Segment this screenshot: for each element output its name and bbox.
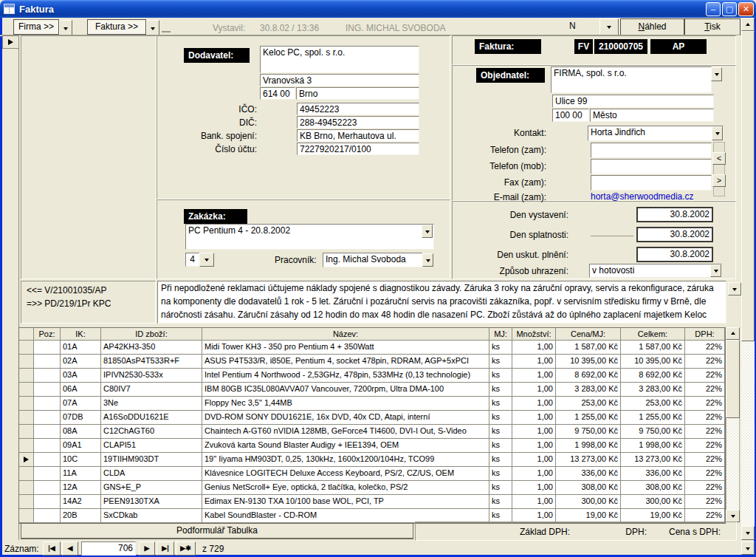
cell-id-zbozi[interactable]: CLDA (101, 467, 202, 481)
cell-id-zbozi[interactable]: SxCDkab (101, 509, 202, 523)
cell-id-zbozi[interactable]: 3Ne (101, 397, 202, 411)
cell-ik[interactable]: 07A (61, 397, 101, 411)
minimize-button[interactable]: – (706, 2, 721, 16)
firma-dropdown-button[interactable] (59, 20, 72, 36)
cell-mj[interactable]: ks (489, 383, 512, 397)
cell-id-zbozi[interactable]: C12ChAGT60 (101, 425, 202, 439)
cell-poz[interactable] (34, 411, 61, 425)
objednatel-name-combobox[interactable]: FIRMA, spol. s r.o. (551, 66, 712, 93)
close-button[interactable]: ✕ (738, 2, 754, 16)
cell-mj[interactable]: ks (489, 481, 512, 495)
row-selector-cell[interactable] (19, 355, 34, 369)
cell-celkem[interactable]: 9 750,00 Kč (621, 425, 685, 439)
cell-mnozstvi[interactable]: 1,00 (512, 439, 556, 453)
header-mj[interactable]: MJ: (489, 328, 512, 341)
zakazka-combobox[interactable]: PC Pentium 4 - 20.8.2002 (185, 224, 434, 250)
cell-ik[interactable]: 14A2 (61, 495, 101, 509)
cell-nazev[interactable]: DVD-ROM SONY DDU1621E, 16x DVD, 40x CD, … (202, 411, 489, 425)
email-link[interactable]: horta@sherwoodmedia.cz (591, 191, 694, 202)
cell-celkem[interactable]: 8 692,00 Kč (621, 369, 685, 383)
header-poz[interactable]: Poz: (34, 328, 61, 341)
header-celkem[interactable]: Celkem: (621, 328, 685, 341)
cell-poz[interactable] (34, 355, 61, 369)
objednatel-name-dropdown-button[interactable] (711, 67, 722, 81)
cell-dph[interactable]: 22% (685, 481, 725, 495)
cell-poz[interactable] (34, 467, 61, 481)
zakazka-count-dropdown-button[interactable] (199, 253, 214, 267)
cell-dph[interactable]: 22% (685, 369, 725, 383)
cell-nazev[interactable]: Genius NetScroll+ Eye, optická, 2 tlačít… (202, 481, 489, 495)
cell-celkem[interactable]: 13 273,00 Kč (621, 453, 685, 467)
cell-mj[interactable]: ks (489, 453, 512, 467)
zpusob-uhrazeni-dropdown-button[interactable] (710, 264, 721, 277)
record-next-button[interactable]: ▶ (139, 541, 155, 556)
pracovnik-combobox[interactable]: Ing. Michal Svoboda (323, 253, 422, 267)
cell-mnozstvi[interactable]: 1,00 (512, 411, 556, 425)
cell-dph[interactable]: 22% (685, 383, 725, 397)
cell-nazev[interactable]: Edimax EN-9130 TXA 10/100 base WOL, PCI,… (202, 495, 489, 509)
row-selector-cell[interactable] (19, 481, 34, 495)
cell-dph[interactable]: 22% (685, 341, 725, 355)
cell-id-zbozi[interactable]: C80IV7 (101, 383, 202, 397)
cell-ik[interactable]: 03A (61, 369, 101, 383)
cell-ik[interactable]: 07DB (61, 411, 101, 425)
objednatel-street-field[interactable]: Ulice 99 (552, 95, 714, 108)
form-record-selector[interactable] (2, 35, 19, 49)
cell-mnozstvi[interactable]: 1,00 (512, 355, 556, 369)
cell-celkem[interactable]: 10 395,00 Kč (621, 355, 685, 369)
contact-next-button[interactable]: > (712, 174, 726, 187)
telefon-mob-field[interactable] (591, 159, 712, 174)
cell-cena-mj[interactable]: 8 692,00 Kč (556, 369, 621, 383)
cell-id-zbozi[interactable]: 81850AsP4T533R+F (101, 355, 202, 369)
cell-celkem[interactable]: 300,00 Kč (621, 495, 685, 509)
form-record-selector-bar[interactable] (2, 35, 19, 540)
cell-celkem[interactable]: 253,00 Kč (621, 397, 685, 411)
cell-cena-mj[interactable]: 13 273,00 Kč (556, 453, 621, 467)
cell-mj[interactable]: ks (489, 369, 512, 383)
firma-button[interactable]: Firma >> (13, 19, 59, 35)
kontakt-combobox[interactable]: Horta Jindřich (588, 126, 724, 141)
cell-ik[interactable]: 09A1 (61, 439, 101, 453)
note-dropdown-button[interactable] (728, 282, 741, 295)
cell-id-zbozi[interactable]: A16SoDDU1621E (101, 411, 202, 425)
contact-prev-button[interactable]: < (712, 152, 726, 165)
cell-mj[interactable]: ks (489, 397, 512, 411)
header-cena-mj[interactable]: Cena/MJ: (556, 328, 621, 341)
cell-ik[interactable]: 06A (61, 383, 101, 397)
ico-field[interactable]: 49452223 (297, 103, 419, 115)
cell-mj[interactable]: ks (489, 439, 512, 453)
cell-cena-mj[interactable]: 300,00 Kč (556, 495, 621, 509)
cell-poz[interactable] (34, 425, 61, 439)
cell-dph[interactable]: 22% (685, 425, 725, 439)
cell-id-zbozi[interactable]: GNS+E_P (101, 481, 202, 495)
row-selector-cell[interactable] (19, 341, 34, 355)
row-selector-cell[interactable] (19, 397, 34, 411)
cell-mnozstvi[interactable]: 1,00 (512, 397, 556, 411)
cell-mnozstvi[interactable]: 1,00 (512, 467, 556, 481)
header-ik[interactable]: IK: (61, 328, 101, 341)
den-splatnosti-field[interactable]: 30.8.2002 (636, 227, 713, 242)
pracovnik-dropdown-button[interactable] (422, 253, 433, 267)
dodavatel-zip-field[interactable]: 614 00 (260, 87, 295, 100)
cell-poz[interactable] (34, 383, 61, 397)
n-dropdown-button[interactable] (599, 18, 619, 35)
record-prev-button[interactable]: ◀ (62, 541, 78, 556)
cell-mj[interactable]: ks (489, 341, 512, 355)
cell-nazev[interactable]: Klávesnice LOGITECH Deluxe Access Keyboa… (202, 467, 489, 481)
record-number-input[interactable]: 706 (81, 541, 136, 556)
cell-cena-mj[interactable]: 308,00 Kč (556, 481, 621, 495)
den-plneni-field[interactable]: 30.8.2002 (636, 247, 713, 262)
cell-ik[interactable]: 08A (61, 425, 101, 439)
den-vystaveni-field[interactable]: 30.8.2002 (636, 207, 713, 222)
cell-cena-mj[interactable]: 3 283,00 Kč (556, 383, 621, 397)
maximize-button[interactable]: ▢ (722, 2, 737, 16)
table-scroll-up-button[interactable] (726, 327, 740, 340)
cell-dph[interactable]: 22% (685, 411, 725, 425)
cell-celkem[interactable]: 336,00 Kč (621, 467, 685, 481)
header-id-zbozi[interactable]: ID zboží: (101, 328, 202, 341)
faktura-button[interactable]: Faktura >> (87, 19, 146, 35)
cell-nazev[interactable]: Zvuková karta Sound Blaster Audigy + IEE… (202, 439, 489, 453)
cell-poz[interactable] (34, 453, 61, 467)
cell-id-zbozi[interactable]: IPIVN2530-533x (101, 369, 202, 383)
main-scrollbar-thumb[interactable] (741, 31, 755, 341)
